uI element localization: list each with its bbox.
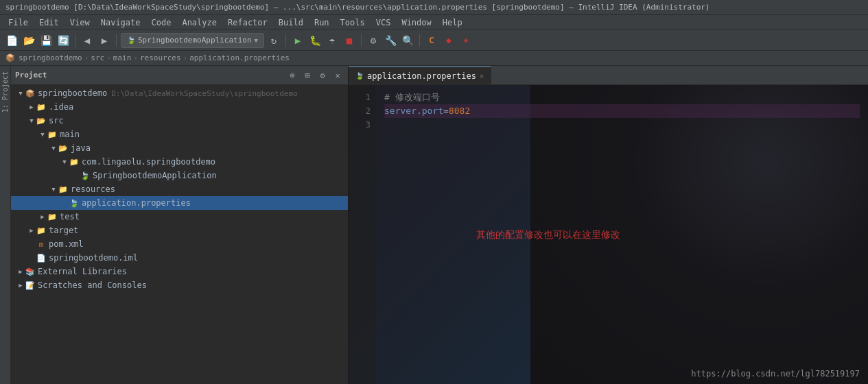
tree-arrow-application.properties xyxy=(60,199,69,207)
logo-icon-1: ◆ xyxy=(441,33,456,48)
panel-settings-icon[interactable]: ⚙ xyxy=(316,69,329,82)
line-num-3: 3 xyxy=(349,118,371,132)
separator-1 xyxy=(75,34,75,47)
tree-item-external-libs[interactable]: ▶📚External Libraries xyxy=(11,265,348,278)
separator-4 xyxy=(361,34,362,47)
tree-arrow-external-libs: ▶ xyxy=(16,267,25,276)
tree-icon-external-libs: 📚 xyxy=(25,266,36,277)
left-sidebar-tab[interactable]: 1: Project xyxy=(0,66,11,384)
tree-item-java[interactable]: ▼📂java xyxy=(11,141,348,155)
settings-icon[interactable]: 🔧 xyxy=(383,33,398,48)
tree-label-external-libs: External Libraries xyxy=(38,267,127,276)
separator-2 xyxy=(116,34,117,47)
tree-item-SpringbootdemoApplication[interactable]: 🍃SpringbootdemoApplication xyxy=(11,169,348,182)
editor-tabs: 🍃 application.properties ✕ xyxy=(349,66,868,85)
breadcrumb-resources[interactable]: resources xyxy=(140,53,181,62)
breadcrumb-sep-1: › xyxy=(106,53,111,62)
tree-arrow-src: ▼ xyxy=(27,117,36,125)
project-tree: ▼📦springbootdemoD:\Data\IdeaWorkSpaceStu… xyxy=(11,85,348,384)
panel-close-icon[interactable]: ✕ xyxy=(331,69,344,82)
tree-item-target[interactable]: ▶📁target xyxy=(11,224,348,237)
menu-item-edit[interactable]: Edit xyxy=(34,16,64,29)
breadcrumb-springbootdemo[interactable]: 📦 springbootdemo xyxy=(5,53,82,62)
code-key-2: server.port xyxy=(384,104,443,118)
title-text: springbootdemo [D:\Data\IdeaWorkSpaceStu… xyxy=(5,3,710,12)
menu-item-build[interactable]: Build xyxy=(273,16,309,29)
menu-item-help[interactable]: Help xyxy=(437,16,468,29)
project-panel-header: Project ⊕ ⊞ ⚙ ✕ xyxy=(11,66,348,85)
editor-content[interactable]: 1 2 3 # 修改端口号 server.port=8082 其他的配置修改也可… xyxy=(349,85,868,384)
breadcrumb-src[interactable]: src xyxy=(91,53,104,62)
tree-item-idea[interactable]: ▶📁.idea xyxy=(11,100,348,114)
menu-item-code[interactable]: Code xyxy=(146,16,177,29)
menu-item-refactor[interactable]: Refactor xyxy=(222,16,273,29)
build-icon[interactable]: ⚙ xyxy=(366,33,381,48)
menu-item-window[interactable]: Window xyxy=(396,16,436,29)
tree-arrow-SpringbootdemoApplication xyxy=(71,171,80,180)
breadcrumb-main[interactable]: main xyxy=(113,53,132,62)
tree-item-springbootdemo.iml[interactable]: 📄springbootdemo.iml xyxy=(11,251,348,265)
tree-label-main: main xyxy=(60,130,80,139)
tab-application-properties[interactable]: 🍃 application.properties ✕ xyxy=(349,67,491,84)
stop-icon[interactable]: ■ xyxy=(342,33,357,48)
panel-collapse-icon[interactable]: ⊕ xyxy=(286,69,298,82)
coverage-icon[interactable]: ☂ xyxy=(325,33,340,48)
tree-item-application.properties[interactable]: 🍃application.properties xyxy=(11,196,348,210)
menu-bar: FileEditViewNavigateCodeAnalyzeRefactorB… xyxy=(0,15,868,30)
tree-item-scratches[interactable]: ▶📝Scratches and Consoles xyxy=(11,278,348,292)
line-num-2: 2 xyxy=(349,104,371,118)
tree-label-test: test xyxy=(60,212,80,221)
tree-path-springbootdemo-root: D:\Data\IdeaWorkSpaceStudy\springbootdem… xyxy=(111,89,298,98)
tree-icon-com-pkg: 📁 xyxy=(69,156,80,167)
back-icon[interactable]: ◀ xyxy=(80,33,95,48)
run-config-dropdown[interactable]: 🍃 SpringbootdemoApplication ▼ xyxy=(121,33,264,48)
breadcrumb-label-1: src xyxy=(91,53,104,62)
tree-item-main[interactable]: ▼📁main xyxy=(11,128,348,141)
save-all-icon[interactable]: 💾 xyxy=(38,33,54,48)
tree-item-springbootdemo-root[interactable]: ▼📦springbootdemoD:\Data\IdeaWorkSpaceStu… xyxy=(11,86,348,100)
tree-item-pom.xml[interactable]: mpom.xml xyxy=(11,237,348,251)
intellij-icon: C xyxy=(424,33,439,48)
tree-icon-scratches: 📝 xyxy=(25,280,36,291)
tree-item-test[interactable]: ▶📁test xyxy=(11,210,348,224)
breadcrumb-sep-3: › xyxy=(183,53,188,62)
tree-item-com-pkg[interactable]: ▼📁com.lingaolu.springbootdemo xyxy=(11,155,348,169)
menu-item-vcs[interactable]: VCS xyxy=(371,16,397,29)
project-tab-label[interactable]: 1: Project xyxy=(0,69,10,115)
code-comment-1: # 修改端口号 xyxy=(384,91,440,104)
menu-item-tools[interactable]: Tools xyxy=(335,16,371,29)
menu-item-analyze[interactable]: Analyze xyxy=(176,16,222,29)
menu-item-run[interactable]: Run xyxy=(309,16,335,29)
tree-label-java: java xyxy=(71,143,91,153)
tree-arrow-test: ▶ xyxy=(38,213,47,221)
tree-label-src: src xyxy=(49,116,64,125)
menu-item-navigate[interactable]: Navigate xyxy=(95,16,146,29)
breadcrumb-appprops[interactable]: application.properties xyxy=(189,53,290,62)
tree-arrow-pom.xml xyxy=(27,240,36,248)
refresh-icon[interactable]: ↻ xyxy=(266,33,281,48)
run-icon[interactable]: ▶ xyxy=(290,33,305,48)
open-icon[interactable]: 📂 xyxy=(21,33,36,48)
tab-spring-icon: 🍃 xyxy=(355,72,364,80)
menu-item-file[interactable]: File xyxy=(3,16,34,29)
code-content[interactable]: # 修改端口号 server.port=8082 其他的配置修改也可以在这里修改 xyxy=(376,85,868,384)
debug-icon[interactable]: 🐛 xyxy=(307,33,322,48)
breadcrumb-sep-2: › xyxy=(133,53,138,62)
sync-icon[interactable]: 🔄 xyxy=(56,33,71,48)
main-area: 1: Project Project ⊕ ⊞ ⚙ ✕ ▼📦springbootd… xyxy=(0,66,868,384)
new-file-icon[interactable]: 📄 xyxy=(4,33,19,48)
tree-arrow-idea: ▶ xyxy=(27,103,36,111)
tree-icon-idea: 📁 xyxy=(36,101,47,112)
tree-arrow-springbootdemo-root: ▼ xyxy=(16,89,25,97)
tree-icon-java: 📂 xyxy=(58,143,69,154)
tree-item-resources[interactable]: ▼📁resources xyxy=(11,182,348,196)
panel-expand-icon[interactable]: ⊞ xyxy=(301,69,314,82)
inspect-icon[interactable]: 🔍 xyxy=(400,33,415,48)
editor-annotation: 其他的配置修改也可以在这里修改 xyxy=(476,228,620,241)
forward-icon[interactable]: ▶ xyxy=(97,33,112,48)
tree-item-src[interactable]: ▼📂src xyxy=(11,114,348,128)
tab-close-btn[interactable]: ✕ xyxy=(480,72,484,80)
menu-item-view[interactable]: View xyxy=(64,16,95,29)
bottom-link: https://blog.csdn.net/lgl782519197 xyxy=(691,369,860,379)
code-line-1: # 修改端口号 xyxy=(384,91,860,104)
